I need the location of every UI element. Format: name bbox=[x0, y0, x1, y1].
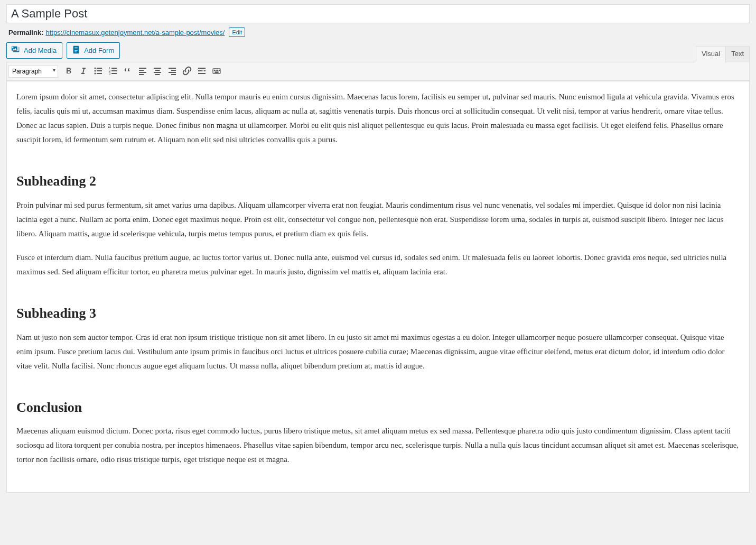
editor-toolbar: Paragraph 123 bbox=[7, 62, 749, 81]
bullet-list-button[interactable] bbox=[91, 64, 106, 79]
blockquote-button[interactable] bbox=[120, 64, 135, 79]
text-tab[interactable]: Text bbox=[725, 46, 750, 62]
post-title-input[interactable] bbox=[6, 4, 750, 23]
link-button[interactable] bbox=[180, 64, 194, 79]
svg-point-33 bbox=[217, 70, 218, 70]
add-media-button[interactable]: Add Media bbox=[6, 42, 62, 59]
align-right-icon bbox=[167, 66, 178, 78]
paragraph: Lorem ipsum dolor sit amet, consectetur … bbox=[16, 90, 740, 147]
svg-point-34 bbox=[219, 70, 219, 70]
paragraph: Fusce et interdum diam. Nulla faucibus p… bbox=[16, 251, 740, 279]
svg-rect-16 bbox=[154, 68, 161, 69]
svg-rect-27 bbox=[203, 70, 204, 71]
svg-rect-21 bbox=[171, 70, 176, 71]
svg-rect-20 bbox=[169, 68, 176, 69]
subheading: Conclusion bbox=[16, 395, 740, 420]
numbered-list-button[interactable]: 123 bbox=[106, 64, 120, 79]
align-right-button[interactable] bbox=[165, 64, 180, 79]
paragraph: Proin pulvinar mi sed purus fermentum, s… bbox=[16, 198, 740, 241]
align-center-button[interactable] bbox=[150, 64, 165, 79]
svg-rect-13 bbox=[139, 70, 144, 71]
svg-rect-12 bbox=[139, 68, 146, 69]
italic-icon bbox=[78, 66, 89, 78]
format-select[interactable]: Paragraph bbox=[8, 65, 58, 78]
paragraph: Maecenas aliquam euismod dictum. Donec p… bbox=[16, 424, 740, 467]
svg-rect-35 bbox=[215, 72, 218, 72]
edit-permalink-button[interactable]: Edit bbox=[229, 27, 245, 37]
permalink-label: Permalink: bbox=[8, 29, 43, 36]
form-icon bbox=[71, 45, 81, 56]
svg-rect-14 bbox=[139, 72, 146, 73]
permalink-row: Permalink: https://cinemasux.getenjoymen… bbox=[6, 23, 750, 42]
bullet-list-icon bbox=[93, 66, 104, 78]
numbered-list-icon: 123 bbox=[108, 66, 118, 78]
add-form-label: Add Form bbox=[84, 47, 114, 54]
subheading: Subheading 2 bbox=[16, 169, 740, 194]
svg-rect-28 bbox=[204, 70, 206, 71]
paragraph: Nam ut justo non sem auctor tempor. Cras… bbox=[16, 330, 740, 373]
svg-rect-29 bbox=[198, 73, 206, 74]
svg-point-32 bbox=[216, 70, 216, 70]
blockquote-icon bbox=[123, 66, 133, 78]
svg-rect-9 bbox=[111, 70, 117, 71]
svg-rect-7 bbox=[111, 68, 117, 69]
svg-point-0 bbox=[95, 67, 96, 69]
toolbar-toggle-button[interactable] bbox=[209, 64, 224, 79]
svg-rect-15 bbox=[139, 74, 144, 75]
svg-rect-22 bbox=[169, 72, 176, 73]
svg-rect-23 bbox=[171, 74, 176, 75]
svg-rect-1 bbox=[97, 68, 102, 69]
editor-content[interactable]: Lorem ipsum dolor sit amet, consectetur … bbox=[6, 81, 750, 493]
subheading: Subheading 3 bbox=[16, 301, 740, 326]
italic-button[interactable] bbox=[76, 64, 91, 79]
bold-button[interactable] bbox=[61, 64, 76, 79]
svg-point-4 bbox=[95, 72, 96, 74]
keyboard-icon bbox=[211, 66, 222, 78]
add-media-label: Add Media bbox=[24, 47, 57, 54]
svg-text:3: 3 bbox=[109, 72, 111, 75]
svg-rect-18 bbox=[154, 72, 161, 73]
align-left-button[interactable] bbox=[135, 64, 150, 79]
svg-point-2 bbox=[95, 70, 96, 71]
permalink-url[interactable]: https://cinemasux.getenjoyment.net/a-sam… bbox=[45, 29, 225, 36]
svg-point-31 bbox=[214, 70, 214, 70]
visual-tab[interactable]: Visual bbox=[696, 46, 726, 62]
align-left-icon bbox=[137, 66, 148, 78]
read-more-button[interactable] bbox=[194, 64, 209, 79]
read-more-icon bbox=[197, 66, 207, 78]
svg-rect-17 bbox=[155, 70, 160, 71]
svg-rect-26 bbox=[201, 70, 202, 71]
svg-rect-11 bbox=[111, 73, 117, 74]
align-center-icon bbox=[152, 66, 163, 78]
svg-rect-25 bbox=[198, 70, 201, 71]
svg-rect-19 bbox=[155, 74, 160, 75]
svg-rect-5 bbox=[97, 73, 102, 74]
svg-rect-3 bbox=[97, 70, 102, 71]
bold-icon bbox=[63, 66, 74, 78]
svg-rect-24 bbox=[198, 68, 206, 69]
media-icon bbox=[11, 45, 21, 56]
add-form-button[interactable]: Add Form bbox=[67, 42, 120, 59]
link-icon bbox=[182, 66, 192, 78]
